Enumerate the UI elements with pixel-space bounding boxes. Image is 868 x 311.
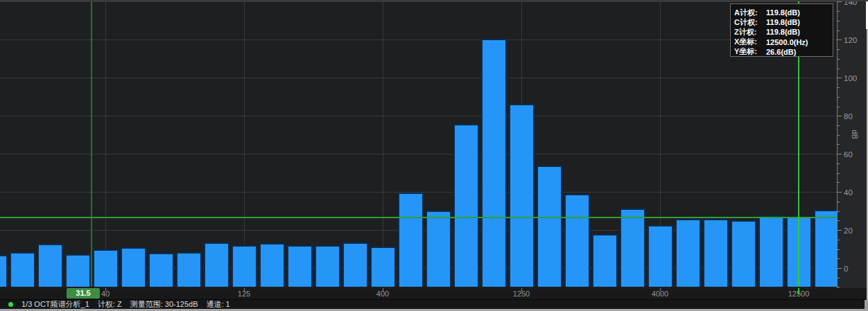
info-row-label: C计权:	[734, 17, 766, 28]
bar-80Hz[interactable]	[176, 252, 202, 287]
bar-40Hz[interactable]	[93, 249, 119, 287]
status-item-3: 通道: 1	[206, 299, 229, 310]
info-row-label: A计权:	[734, 8, 766, 18]
info-row: Y坐标:26.6(dB)	[734, 47, 833, 57]
y-tick-20	[837, 230, 842, 231]
y-minor-tick	[837, 249, 840, 250]
x-tick-label-4000: 4000	[652, 290, 668, 298]
bar-5000Hz[interactable]	[675, 219, 701, 287]
bar-200Hz[interactable]	[287, 245, 313, 287]
bar-315Hz[interactable]	[342, 242, 368, 287]
gridline-h-120	[0, 39, 837, 40]
status-item-2: 测量范围: 30-125dB	[130, 299, 198, 310]
bar-1250Hz[interactable]	[509, 104, 535, 287]
y-tick-60	[837, 154, 842, 154]
cursor-readout-panel: A计权:119.8(dB)C计权:119.8(dB)Z计权:119.8(dB)X…	[730, 3, 833, 57]
info-row-value: 119.8(dB)	[766, 18, 800, 26]
bar-1600Hz[interactable]	[537, 166, 562, 287]
gridline-h-100	[0, 78, 837, 78]
bar-125Hz[interactable]	[232, 245, 257, 287]
gridline-v-125	[244, 0, 245, 287]
y-minor-tick	[837, 258, 840, 259]
y-tick-80	[837, 116, 842, 116]
info-row-label: Y坐标:	[734, 46, 766, 57]
y-minor-tick	[837, 240, 840, 240]
plot-area[interactable]	[0, 0, 837, 287]
bar-160Hz[interactable]	[259, 243, 285, 287]
bar-10000Hz[interactable]	[758, 215, 784, 287]
y-minor-tick	[837, 182, 840, 183]
y-minor-tick	[837, 30, 840, 31]
cursor-line-stub	[798, 288, 799, 294]
y-minor-tick	[837, 69, 840, 69]
bar-6300Hz[interactable]	[703, 219, 729, 287]
bar-50Hz[interactable]	[121, 247, 146, 287]
info-row-value: 12500.0(Hz)	[766, 38, 808, 46]
bar-800Hz[interactable]	[453, 124, 479, 287]
y-minor-tick	[837, 144, 840, 145]
y-minor-tick	[837, 202, 840, 202]
bar-100Hz[interactable]	[204, 242, 229, 287]
y-tick-label-120: 120	[844, 36, 857, 44]
bar-3150Hz[interactable]	[620, 208, 645, 287]
panel-top-border	[0, 0, 868, 1]
gridline-v-400	[383, 0, 383, 287]
status-item-1: 计权: Z	[98, 299, 122, 310]
bar-25Hz[interactable]	[37, 244, 63, 287]
bar-400Hz[interactable]	[370, 247, 396, 287]
y-minor-tick	[837, 173, 840, 174]
y-minor-tick	[837, 59, 840, 60]
y-axis: 020406080100120140	[837, 0, 868, 287]
status-bar: 1/3 OCT频谱分析_1计权: Z测量范围: 30-125dB通道: 1	[0, 299, 868, 309]
y-axis-line	[837, 0, 837, 299]
bar-500Hz[interactable]	[398, 193, 424, 287]
x-tick-label-400: 400	[376, 290, 389, 298]
info-row-value: 26.6(dB)	[766, 48, 796, 56]
y-tick-label-60: 60	[844, 150, 853, 159]
bar-1000Hz[interactable]	[481, 39, 507, 287]
y-tick-label-100: 100	[844, 74, 857, 82]
y-tick-label-20: 20	[844, 226, 853, 235]
y-minor-tick	[837, 163, 840, 164]
bar-16Hz[interactable]	[0, 255, 8, 287]
y-tick-label-0: 0	[844, 265, 848, 273]
x-tick-label-40: 40	[101, 290, 110, 298]
bar-250Hz[interactable]	[315, 245, 340, 287]
bar-63Hz[interactable]	[148, 253, 174, 287]
bar-2500Hz[interactable]	[592, 234, 618, 287]
cursor-horizontal-line[interactable]	[0, 217, 837, 218]
info-row: A计权:119.8(dB)	[734, 8, 833, 17]
info-row-value: 119.8(dB)	[766, 28, 800, 36]
marker-vertical-line[interactable]	[91, 0, 92, 287]
gridline-v-40	[105, 0, 106, 287]
status-item-0: 1/3 OCT频谱分析_1	[21, 299, 89, 310]
y-minor-tick	[837, 49, 840, 50]
channel-status-dot-icon	[8, 302, 13, 307]
bar-20Hz[interactable]	[10, 252, 35, 287]
y-tick-100	[837, 78, 842, 78]
info-row: Z计权:119.8(dB)	[734, 27, 833, 37]
y-minor-tick	[837, 278, 840, 278]
y-minor-tick	[837, 107, 840, 107]
x-tick-label-125: 125	[238, 290, 250, 298]
info-row-value: 119.8(dB)	[766, 8, 800, 17]
y-minor-tick	[837, 87, 840, 88]
y-minor-tick	[837, 135, 840, 136]
bar-31.5Hz[interactable]	[65, 254, 91, 287]
y-minor-tick	[837, 97, 840, 98]
bar-630Hz[interactable]	[426, 211, 451, 287]
y-tick-120	[837, 39, 842, 40]
y-tick-label-40: 40	[844, 188, 853, 197]
marker-frequency-badge[interactable]: 31.5	[67, 288, 100, 299]
y-tick-0	[837, 268, 842, 269]
bar-16000Hz[interactable]	[814, 210, 837, 287]
info-row-label: Z计权:	[734, 27, 766, 37]
y-minor-tick	[837, 21, 840, 21]
y-tick-140	[837, 1, 842, 2]
bar-4000Hz[interactable]	[648, 225, 673, 287]
info-row-label: X坐标:	[734, 37, 766, 47]
y-axis-unit-label: dB	[851, 130, 859, 139]
bar-8000Hz[interactable]	[731, 220, 756, 287]
bar-2000Hz[interactable]	[564, 194, 590, 287]
spectrum-analyzer-window: 020406080100120140 dB 31.5 4012540012504…	[0, 0, 868, 311]
